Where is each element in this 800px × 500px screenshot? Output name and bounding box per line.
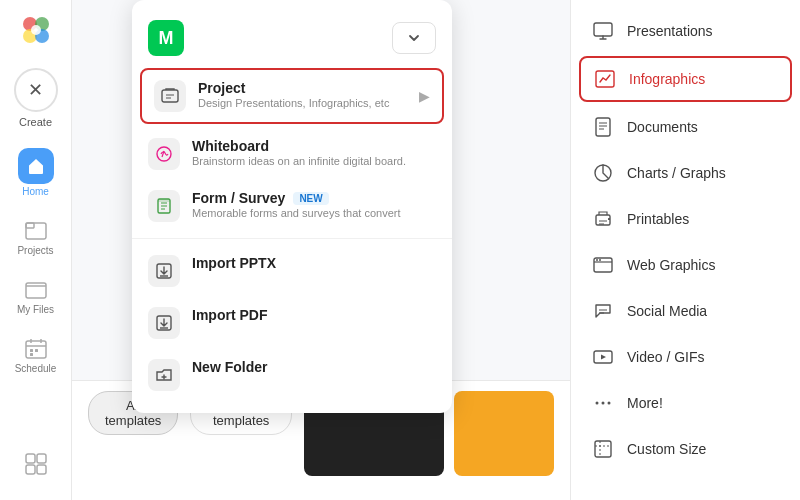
svg-point-30 <box>596 259 598 261</box>
whiteboard-icon-box <box>148 138 180 170</box>
more-label: More! <box>627 395 663 411</box>
sidebar-item-extra[interactable] <box>6 442 66 486</box>
svg-rect-25 <box>596 118 610 136</box>
dropdown-menu: M Project Design Presentations, Infograp… <box>132 0 452 413</box>
myfiles-label: My Files <box>17 304 54 315</box>
import-pdf-icon-box <box>148 307 180 339</box>
svg-rect-16 <box>37 465 46 474</box>
sidebar-item-myfiles[interactable]: My Files <box>6 268 66 323</box>
import-pptx-icon-box <box>148 255 180 287</box>
form-title: Form / Survey <box>192 190 285 206</box>
infographics-icon <box>593 67 617 91</box>
projects-icon <box>22 217 50 245</box>
svg-rect-6 <box>26 223 46 239</box>
home-label: Home <box>22 186 49 197</box>
svg-point-5 <box>31 25 41 35</box>
workspace-badge[interactable]: M <box>148 20 184 56</box>
svg-rect-17 <box>162 90 178 102</box>
presentations-label: Presentations <box>627 23 713 39</box>
schedule-icon <box>22 335 50 363</box>
menu-item-whiteboard[interactable]: Whiteboard Brainstorm ideas on an infini… <box>132 128 452 180</box>
more-icon <box>591 391 615 415</box>
new-badge: NEW <box>293 192 328 205</box>
svg-rect-7 <box>26 223 34 228</box>
panel-item-printables[interactable]: Printables <box>571 196 800 242</box>
menu-item-project[interactable]: Project Design Presentations, Infographi… <box>140 68 444 124</box>
svg-rect-14 <box>37 454 46 463</box>
documents-icon <box>591 115 615 139</box>
panel-item-custom-size[interactable]: Custom Size <box>571 426 800 472</box>
import-pdf-content: Import PDF <box>192 307 436 323</box>
web-graphics-icon <box>591 253 615 277</box>
create-label: Create <box>19 116 52 128</box>
menu-divider-1 <box>132 238 452 239</box>
svg-rect-36 <box>595 441 611 457</box>
documents-label: Documents <box>627 119 698 135</box>
sidebar-item-schedule[interactable]: Schedule <box>6 327 66 382</box>
whiteboard-content: Whiteboard Brainstorm ideas on an infini… <box>192 138 436 167</box>
sidebar-item-projects[interactable]: Projects <box>6 209 66 264</box>
svg-rect-28 <box>608 218 610 220</box>
panel-item-documents[interactable]: Documents <box>571 104 800 150</box>
import-pptx-title: Import PPTX <box>192 255 436 271</box>
template-thumb-2 <box>454 391 554 476</box>
menu-item-new-folder[interactable]: New Folder <box>132 349 452 401</box>
extra-icon <box>22 450 50 478</box>
dropdown-header: M <box>132 12 452 64</box>
charts-label: Charts / Graphs <box>627 165 726 181</box>
panel-item-web-graphics[interactable]: Web Graphics <box>571 242 800 288</box>
import-pptx-content: Import PPTX <box>192 255 436 271</box>
social-media-icon <box>591 299 615 323</box>
sidebar: ✕ Create Home Projects My Files <box>0 0 72 500</box>
infographics-label: Infographics <box>629 71 705 87</box>
svg-rect-10 <box>30 349 33 352</box>
svg-rect-12 <box>30 353 33 356</box>
project-content: Project Design Presentations, Infographi… <box>198 80 407 109</box>
new-folder-content: New Folder <box>192 359 436 375</box>
custom-size-label: Custom Size <box>627 441 706 457</box>
panel-item-more[interactable]: More! <box>571 380 800 426</box>
svg-point-31 <box>599 259 601 261</box>
svg-rect-23 <box>594 23 612 36</box>
web-graphics-label: Web Graphics <box>627 257 715 273</box>
form-desc: Memorable forms and surveys that convert <box>192 207 436 219</box>
svg-rect-15 <box>26 465 35 474</box>
printables-label: Printables <box>627 211 689 227</box>
panel-item-video-gifs[interactable]: Video / GIFs <box>571 334 800 380</box>
form-icon-box <box>148 190 180 222</box>
whiteboard-title: Whiteboard <box>192 138 436 154</box>
svg-point-35 <box>608 402 611 405</box>
presentations-icon <box>591 19 615 43</box>
project-title: Project <box>198 80 407 96</box>
import-pdf-title: Import PDF <box>192 307 436 323</box>
project-icon-box <box>154 80 186 112</box>
svg-point-18 <box>157 147 171 161</box>
project-arrow: ▶ <box>419 88 430 104</box>
project-desc: Design Presentations, Infographics, etc <box>198 97 407 109</box>
new-folder-icon-box <box>148 359 180 391</box>
custom-size-icon <box>591 437 615 461</box>
panel-item-social-media[interactable]: Social Media <box>571 288 800 334</box>
panel-item-infographics[interactable]: Infographics <box>579 56 792 102</box>
panel-item-charts[interactable]: Charts / Graphs <box>571 150 800 196</box>
svg-rect-13 <box>26 454 35 463</box>
create-circle-button[interactable]: ✕ <box>14 68 58 112</box>
svg-point-33 <box>596 402 599 405</box>
menu-item-form[interactable]: Form / Survey NEW Memorable forms and su… <box>132 180 452 232</box>
schedule-label: Schedule <box>15 363 57 374</box>
new-folder-title: New Folder <box>192 359 436 375</box>
create-button[interactable]: ✕ Create <box>6 60 66 136</box>
projects-label: Projects <box>17 245 53 256</box>
svg-rect-20 <box>158 199 170 202</box>
whiteboard-desc: Brainstorm ideas on an infinite digital … <box>192 155 436 167</box>
menu-item-import-pdf[interactable]: Import PDF <box>132 297 452 349</box>
panel-item-presentations[interactable]: Presentations <box>571 8 800 54</box>
menu-item-import-pptx[interactable]: Import PPTX <box>132 245 452 297</box>
charts-icon <box>591 161 615 185</box>
video-gifs-icon <box>591 345 615 369</box>
right-panel: Presentations Infographics Documents <box>570 0 800 500</box>
chevron-button[interactable] <box>392 22 436 54</box>
sidebar-item-home[interactable]: Home <box>6 140 66 205</box>
main-area: M Project Design Presentations, Infograp… <box>72 0 570 500</box>
svg-point-34 <box>602 402 605 405</box>
